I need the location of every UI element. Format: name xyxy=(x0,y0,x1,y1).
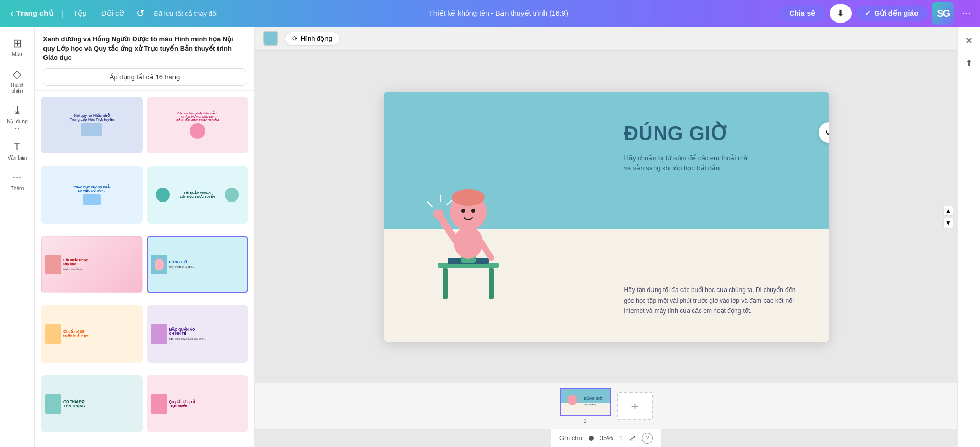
checkmark-icon: ✓ xyxy=(865,9,871,17)
animation-icon: ⟳ xyxy=(292,35,298,42)
svg-point-12 xyxy=(433,209,444,219)
more-options-button[interactable]: ··· xyxy=(959,5,974,22)
slide-canvas[interactable]: ĐÚNG GIỜ Hãy chuẩn bị từ sớm để các em t… xyxy=(384,92,829,342)
template-card-1[interactable]: Nội quy và Nhắc nhởTrong Lớp Học Trực tu… xyxy=(41,97,143,154)
share-button[interactable]: Chia sẽ xyxy=(779,6,825,21)
thumb-preview-1: ĐÚNG GIỜ Hãy chuẩn bị... xyxy=(561,389,610,415)
elements-icon: ◇ xyxy=(13,68,21,81)
svg-point-19 xyxy=(567,395,577,405)
bottom-bar-right: 35% 1 ⤢ ? xyxy=(589,433,653,444)
svg-line-14 xyxy=(427,202,432,207)
svg-rect-2 xyxy=(489,268,494,299)
slide-character xyxy=(412,155,525,314)
thumb-num-1: 1 xyxy=(560,418,611,424)
help-button[interactable]: ? xyxy=(642,433,653,444)
top-navigation: ‹ Trang chủ | Tệp Đối cỡ ↺ Đã lưu tất cả… xyxy=(0,0,980,27)
svg-text:ĐÚNG GIỜ: ĐÚNG GIỜ xyxy=(584,396,602,400)
chevron-left-icon: ‹ xyxy=(10,8,13,19)
home-label: Trang chủ xyxy=(16,9,54,18)
main-layout: ⊞ Mẫu ◇ Thành phần ⤓ Nội dung ... T Văn … xyxy=(0,27,980,447)
send-label: Gửi đến giáo xyxy=(874,9,918,17)
sidebar-item-elements[interactable]: ◇ Thành phần xyxy=(3,63,32,98)
canvas-wrapper: ĐÚNG GIỜ Hãy chuẩn bị từ sớm để các em t… xyxy=(255,51,957,383)
thumbnail-strip: ĐÚNG GIỜ Hãy chuẩn bị... 1 + xyxy=(255,383,957,429)
template-card-4[interactable]: LỜI NHẮC TRONGLỚP HỌC TRỰC TUYẾN xyxy=(147,166,249,223)
template-card-2[interactable]: Các em học sinh thân mến!CHÀO MỪNG CÁC E… xyxy=(147,97,249,154)
undo-button[interactable]: ↺ xyxy=(133,5,148,21)
canvas-area: ⟳ Hình động xyxy=(255,27,957,447)
download-icon: ⬇ xyxy=(837,8,844,19)
sidebar-item-more[interactable]: ··· Thêm xyxy=(3,167,32,195)
template-card-3[interactable]: "GIÁO DỤC KHÔNG PHẢILÀ VIỆC ĐỔ ĐẦY... xyxy=(41,166,143,223)
template-title: Xanh dương và Hồng Người Được tô màu Hìn… xyxy=(43,35,246,63)
nav-actions: Chia sẽ ⬇ ✓ Gửi đến giáo SG ··· xyxy=(779,2,974,25)
sidebar-label-more: Thêm xyxy=(11,186,24,191)
slide-subtitle: Hãy chuẩn bị từ sớm để các em thoải mái … xyxy=(624,153,798,174)
scroll-down-button[interactable]: ▼ xyxy=(943,218,953,228)
svg-text:Hãy chuẩn bị...: Hãy chuẩn bị... xyxy=(584,403,598,406)
canvas-toolbar: ⟳ Hình động xyxy=(255,27,957,51)
svg-line-16 xyxy=(447,200,452,205)
template-card-6[interactable]: ĐÚNG GIỜ Hãy chuẩn bị từ sớm... xyxy=(147,236,249,293)
apply-all-button[interactable]: Áp dụng tất cả 16 trang xyxy=(43,68,246,86)
file-menu-button[interactable]: Tệp xyxy=(68,7,92,20)
home-button[interactable]: ‹ Trang chủ xyxy=(6,6,58,21)
reaction-icon: ↺ xyxy=(825,127,829,137)
saved-status: Đã lưu tất cả thay đổi xyxy=(154,10,218,17)
slide-bottom-text: Hãy tận dụng tối đa các buổi học của chú… xyxy=(624,285,798,316)
templates-icon: ⊞ xyxy=(13,37,22,50)
nav-divider: | xyxy=(62,8,64,19)
slide-bottom-paragraph: Hãy tận dụng tối đa các buổi học của chú… xyxy=(624,285,798,316)
sidebar-right-close[interactable]: ✕ xyxy=(960,32,978,50)
color-picker-box[interactable] xyxy=(263,31,278,46)
canvas-scroll-controls: ▲ ▼ xyxy=(943,206,953,228)
text-icon: T xyxy=(14,140,20,153)
template-card-8[interactable]: MẶC QUẦN ÁOCHỈNH TỀ Bận đồng phục đúng q… xyxy=(147,305,249,363)
sidebar-item-text[interactable]: T Văn bản xyxy=(3,136,32,165)
scroll-up-button[interactable]: ▲ xyxy=(943,206,953,216)
sidebar-label-templates: Mẫu xyxy=(12,52,23,57)
svg-point-10 xyxy=(471,209,475,213)
svg-point-9 xyxy=(461,209,465,213)
svg-point-8 xyxy=(456,191,470,204)
bottom-bar: Ghi chú 35% 1 ⤢ ? xyxy=(551,429,661,447)
template-panel: Xanh dương và Hồng Người Được tô màu Hìn… xyxy=(35,27,255,447)
zoom-level: 35% xyxy=(600,434,613,442)
zoom-indicator xyxy=(589,436,594,441)
sidebar-label-text: Văn bản xyxy=(8,155,27,161)
svg-rect-1 xyxy=(443,268,448,299)
resize-menu-button[interactable]: Đối cỡ xyxy=(96,7,129,20)
send-button[interactable]: ✓ Gửi đến giáo xyxy=(856,6,927,21)
sidebar-item-content[interactable]: ⤓ Nội dung ... xyxy=(3,100,32,134)
sidebar-right-upload[interactable]: ⬆ xyxy=(960,54,978,73)
reaction-button[interactable]: ↺ xyxy=(819,122,829,143)
more-icon: ··· xyxy=(12,171,21,184)
add-slide-button[interactable]: + xyxy=(617,392,653,420)
content-icon: ⤓ xyxy=(13,104,22,117)
animation-button[interactable]: ⟳ Hình động xyxy=(285,32,340,46)
template-card-5[interactable]: Lời nhắc tronglớp học text content here xyxy=(41,236,143,293)
download-button[interactable]: ⬇ xyxy=(830,4,852,23)
brand-logo: SG xyxy=(932,2,954,25)
sidebar-label-elements: Thành phần xyxy=(6,82,29,94)
expand-button[interactable]: ⤢ xyxy=(629,433,636,443)
sidebar-label-content: Nội dung ... xyxy=(6,119,29,130)
template-card-7[interactable]: Chuẩn bị tốttrước buổi học xyxy=(41,305,143,363)
svg-line-13 xyxy=(481,242,491,258)
template-grid: Nội quy và Nhắc nhởTrong Lớp Học Trực tu… xyxy=(35,91,254,447)
template-panel-header: Xanh dương và Hồng Người Được tô màu Hìn… xyxy=(35,27,254,91)
template-card-10[interactable]: Quy tắc ứng xửTrực tuyến xyxy=(147,375,249,433)
left-sidebar: ⊞ Mẫu ◇ Thành phần ⤓ Nội dung ... T Văn … xyxy=(0,27,35,447)
thumbnail-1[interactable]: ĐÚNG GIỜ Hãy chuẩn bị... 1 xyxy=(560,388,611,424)
slide-main-title: ĐÚNG GIỜ xyxy=(624,122,798,145)
sidebar-item-templates[interactable]: ⊞ Mẫu xyxy=(3,33,32,61)
template-card-9[interactable]: CÓ THÁI ĐỘTÔN TRỌNG xyxy=(41,375,143,433)
notes-label: Ghi chú xyxy=(559,434,582,442)
page-indicator: 1 xyxy=(619,434,623,442)
document-title: Thiết kế không tên - Bản thuyết trình (1… xyxy=(222,9,775,17)
animation-label: Hình động xyxy=(301,35,332,42)
right-sidebar: ✕ ⬆ xyxy=(957,27,980,447)
thumb-img-1: ĐÚNG GIỜ Hãy chuẩn bị... xyxy=(560,388,611,416)
slide-title-area: ĐÚNG GIỜ Hãy chuẩn bị từ sớm để các em t… xyxy=(624,122,798,174)
